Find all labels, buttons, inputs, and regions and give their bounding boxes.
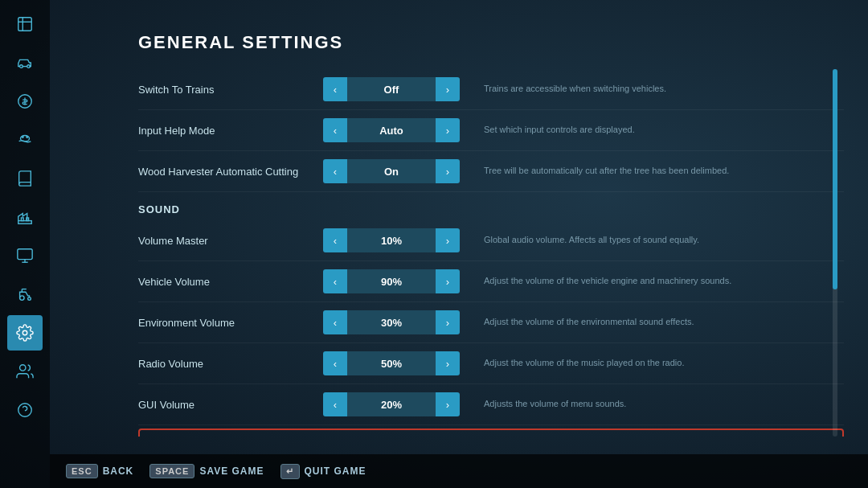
back-label: BACK	[103, 465, 134, 477]
svg-rect-0	[18, 18, 32, 31]
settings-list: Switch To Trains ‹ Off › Trains are acce…	[138, 69, 844, 437]
setting-label-volume-master: Volume Master	[138, 235, 323, 247]
setting-control-radio-volume: ‹ 50% ›	[323, 351, 460, 375]
sidebar-item-factory[interactable]	[7, 199, 43, 235]
sidebar-item-map[interactable]	[7, 6, 43, 42]
esc-key: ESC	[66, 464, 98, 478]
setting-label-wood-harvester: Wood Harvester Automatic Cutting	[138, 166, 323, 178]
setting-row-input-help-mode: Input Help Mode ‹ Auto › Set which input…	[138, 110, 844, 151]
svg-point-21	[23, 330, 27, 335]
radio-volume-next-btn[interactable]: ›	[436, 351, 460, 375]
gui-volume-prev-btn[interactable]: ‹	[323, 392, 347, 416]
sidebar-item-vehicle[interactable]	[7, 45, 43, 80]
setting-desc-environment-volume: Adjust the volume of the environmental s…	[484, 316, 844, 328]
setting-label-switch-to-trains: Switch To Trains	[138, 84, 323, 96]
sidebar-item-settings[interactable]	[7, 315, 43, 351]
setting-desc-wood-harvester: Tree will be automatically cut after the…	[484, 165, 844, 177]
setting-desc-volume-master: Global audio volume. Affects all types o…	[484, 234, 844, 246]
sidebar-item-book[interactable]	[7, 161, 43, 196]
setting-desc-input-help-mode: Set which input controls are displayed.	[484, 124, 844, 136]
vehicle-volume-prev-btn[interactable]: ‹	[323, 269, 347, 293]
environment-volume-value: 30%	[347, 310, 436, 334]
setting-desc-vehicle-volume: Adjust the volume of the vehicle engine …	[484, 275, 844, 287]
setting-label-input-help-mode: Input Help Mode	[138, 125, 323, 137]
sidebar-item-help[interactable]	[7, 392, 43, 428]
settings-container: Switch To Trains ‹ Off › Trains are acce…	[138, 69, 844, 437]
section-header-sound: SOUND	[138, 192, 844, 220]
setting-desc-radio-volume: Adjust the volume of the music played on…	[484, 357, 844, 369]
wood-harvester-value: On	[347, 159, 436, 183]
setting-row-environment-volume: Environment Volume ‹ 30% › Adjust the vo…	[138, 302, 844, 343]
bottom-bar: ESC BACK SPACE SAVE GAME ↵ QUIT GAME	[50, 454, 868, 488]
quit-game-label: QUIT GAME	[305, 465, 366, 477]
gui-volume-value: 20%	[347, 392, 436, 416]
svg-rect-12	[21, 218, 23, 221]
save-game-label: SAVE GAME	[199, 465, 264, 477]
volume-master-prev-btn[interactable]: ‹	[323, 228, 347, 252]
setting-control-wood-harvester: ‹ On ›	[323, 159, 460, 183]
wood-harvester-prev-btn[interactable]: ‹	[323, 159, 347, 183]
switch-to-trains-value: Off	[347, 77, 436, 101]
input-help-mode-next-btn[interactable]: ›	[436, 118, 460, 142]
setting-control-input-help-mode: ‹ Auto ›	[323, 118, 460, 142]
input-help-mode-value: Auto	[347, 118, 436, 142]
back-button[interactable]: ESC BACK	[66, 464, 133, 478]
setting-label-gui-volume: GUI Volume	[138, 399, 323, 411]
vehicle-volume-value: 90%	[347, 269, 436, 293]
setting-label-radio-volume: Radio Volume	[138, 358, 323, 370]
switch-to-trains-next-btn[interactable]: ›	[436, 77, 460, 101]
volume-master-next-btn[interactable]: ›	[436, 228, 460, 252]
environment-volume-prev-btn[interactable]: ‹	[323, 310, 347, 334]
setting-label-environment-volume: Environment Volume	[138, 317, 323, 329]
main-content: GENERAL SETTINGS Switch To Trains ‹ Off …	[50, 0, 868, 488]
gui-volume-next-btn[interactable]: ›	[436, 392, 460, 416]
setting-row-volume-master: Volume Master ‹ 10% › Global audio volum…	[138, 220, 844, 261]
svg-rect-11	[18, 221, 32, 224]
hudcolor-section: HUDCOLOR Hud color (Restart of the save …	[138, 429, 844, 437]
volume-master-value: 10%	[347, 228, 436, 252]
sidebar-item-players[interactable]	[7, 354, 43, 389]
svg-point-23	[18, 404, 32, 417]
svg-point-22	[20, 365, 26, 371]
sidebar-item-monitor[interactable]	[7, 238, 43, 273]
setting-row-gui-volume: GUI Volume ‹ 20% › Adjusts the volume of…	[138, 384, 844, 425]
sidebar-item-animals[interactable]	[7, 122, 43, 158]
setting-label-vehicle-volume: Vehicle Volume	[138, 276, 323, 288]
setting-control-environment-volume: ‹ 30% ›	[323, 310, 460, 334]
setting-control-vehicle-volume: ‹ 90% ›	[323, 269, 460, 293]
radio-volume-value: 50%	[347, 351, 436, 375]
svg-point-3	[20, 65, 23, 68]
setting-row-vehicle-volume: Vehicle Volume ‹ 90% › Adjust the volume…	[138, 261, 844, 302]
save-game-button[interactable]: SPACE SAVE GAME	[149, 464, 264, 478]
setting-row-radio-volume: Radio Volume ‹ 50% › Adjust the volume o…	[138, 343, 844, 384]
svg-point-17	[20, 296, 24, 301]
sidebar-item-money[interactable]	[7, 84, 43, 119]
vehicle-volume-next-btn[interactable]: ›	[436, 269, 460, 293]
svg-rect-14	[18, 249, 32, 260]
environment-volume-next-btn[interactable]: ›	[436, 310, 460, 334]
sidebar-item-tractor[interactable]	[7, 277, 43, 312]
switch-to-trains-prev-btn[interactable]: ‹	[323, 77, 347, 101]
sidebar	[0, 0, 50, 488]
input-help-mode-prev-btn[interactable]: ‹	[323, 118, 347, 142]
radio-volume-prev-btn[interactable]: ‹	[323, 351, 347, 375]
setting-row-wood-harvester: Wood Harvester Automatic Cutting ‹ On › …	[138, 151, 844, 192]
svg-point-10	[27, 136, 28, 137]
page-title: GENERAL SETTINGS	[138, 32, 844, 53]
setting-desc-gui-volume: Adjusts the volume of menu sounds.	[484, 398, 844, 410]
svg-point-9	[22, 136, 23, 137]
setting-control-volume-master: ‹ 10% ›	[323, 228, 460, 252]
setting-control-gui-volume: ‹ 20% ›	[323, 392, 460, 416]
scrollbar-thumb	[833, 69, 837, 289]
scrollbar[interactable]	[833, 69, 837, 437]
setting-control-switch-to-trains: ‹ Off ›	[323, 77, 460, 101]
enter-key: ↵	[280, 464, 300, 479]
space-key: SPACE	[149, 464, 194, 478]
wood-harvester-next-btn[interactable]: ›	[436, 159, 460, 183]
setting-row-switch-to-trains: Switch To Trains ‹ Off › Trains are acce…	[138, 69, 844, 110]
quit-game-button[interactable]: ↵ QUIT GAME	[280, 464, 366, 479]
setting-desc-switch-to-trains: Trains are accessible when switching veh…	[484, 83, 844, 95]
